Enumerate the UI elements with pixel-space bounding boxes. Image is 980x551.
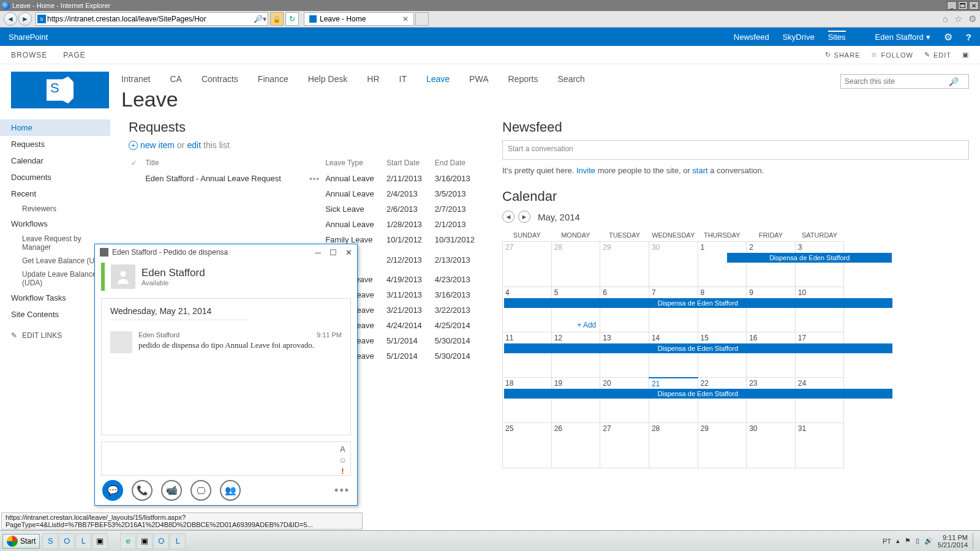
calendar-cell[interactable]: 23 [747,378,796,423]
calendar-event-bar[interactable]: Dispensa de Eden Stafford [504,343,892,353]
leftnav-wf-2[interactable]: Update Leave Balance (UDA) [0,268,110,290]
taskbar-lync-icon[interactable]: L [75,533,91,549]
search-box[interactable]: 🔎 [840,74,969,89]
calendar-next-button[interactable]: ► [518,211,530,223]
calendar-cell[interactable]: 2 [747,242,796,287]
topnav-leave[interactable]: Leave [426,74,450,84]
tray-volume-icon[interactable]: 🔊 [924,537,933,545]
taskbar-app-running[interactable]: ▣ [137,533,153,549]
calendar-cell[interactable]: 20 [600,378,649,423]
lync-minimize-button[interactable]: ─ [315,248,321,257]
calendar-cell[interactable]: 7 [649,287,698,332]
row-menu-icon[interactable]: ••• [309,174,320,183]
chat-button[interactable]: 💬 [102,480,123,501]
col-check[interactable]: ✓ [129,155,143,171]
calendar-cell[interactable]: 12 [551,332,600,378]
present-button[interactable]: 🖵 [190,480,211,501]
calendar-cell[interactable]: 25 [503,423,552,468]
new-tab-button[interactable] [415,12,429,26]
calendar-cell[interactable]: 11 [503,332,552,378]
leftnav-wf-0[interactable]: Leave Request by Manager [0,232,110,254]
importance-icon[interactable]: ! [341,467,344,476]
calendar-event-bar[interactable]: Dispensa de Eden Stafford [504,298,892,308]
edit-page-button[interactable]: ✎ EDIT [924,51,951,59]
tray-expand-icon[interactable]: ▴ [896,537,900,545]
start-button[interactable]: Start [2,534,40,549]
forward-button[interactable]: ► [18,12,32,26]
calendar-cell[interactable]: 28 [551,242,600,287]
suite-sites-link[interactable]: Sites [828,31,846,42]
leftnav-requests[interactable]: Requests [0,136,110,152]
taskbar-app-icon[interactable]: ▣ [92,533,108,549]
language-indicator[interactable]: PT [883,538,891,545]
calendar-add-button[interactable]: + Add [577,321,596,329]
taskbar-outlook-icon[interactable]: O [59,533,75,549]
address-bar[interactable]: S 🔎▾ [36,12,268,26]
topnav-reports[interactable]: Reports [508,74,538,84]
video-button[interactable]: 📹 [161,480,182,501]
topnav-pwa[interactable]: PWA [469,74,488,84]
focus-button[interactable]: ▣ [962,51,969,59]
topnav-it[interactable]: IT [399,74,407,84]
invite-link[interactable]: Invite [576,166,595,175]
system-clock[interactable]: 9:11 PM 5/21/2014 [938,534,968,549]
maximize-button[interactable]: 🗖 [958,1,968,10]
table-row[interactable]: Annual Leave1/28/20132/1/2013 [129,217,484,232]
font-format-icon[interactable]: A [340,444,345,454]
site-logo[interactable] [11,72,109,108]
col-start[interactable]: Start Date [384,155,432,171]
suite-skydrive-link[interactable]: SkyDrive [783,32,815,42]
lync-conversation-window[interactable]: Eden Stafford - Pedido de dispensa ─ ☐ ✕… [94,244,358,506]
show-desktop-button[interactable] [973,533,978,549]
topnav-intranet[interactable]: Intranet [121,74,150,84]
leftnav-workflows[interactable]: Workflows [0,216,110,232]
leftnav-recent[interactable]: Recent [0,186,110,202]
topnav-finance[interactable]: Finance [258,74,288,84]
back-button[interactable]: ◄ [4,12,17,26]
suite-newsfeed-link[interactable]: Newsfeed [734,32,769,42]
start-conversation-link[interactable]: start [692,166,707,175]
settings-icon[interactable]: ⚙ [944,31,952,43]
participants-button[interactable]: 👥 [220,480,241,501]
calendar-cell[interactable]: 3 [795,242,844,287]
col-type[interactable]: Leave Type [323,155,384,171]
calendar-cell[interactable]: 10 [795,287,844,332]
tray-flag-icon[interactable]: ⚑ [905,537,911,545]
browser-tab[interactable]: Leave - Home ✕ [304,12,414,26]
tab-close-icon[interactable]: ✕ [402,15,409,23]
newsfeed-input[interactable]: Start a conversation [502,140,969,160]
taskbar-lync-running[interactable]: L [170,533,186,549]
calendar-cell[interactable]: 22 [698,378,747,423]
ribbon-page-tab[interactable]: PAGE [63,51,85,59]
emoji-icon[interactable]: ☺ [339,455,347,465]
calendar-cell[interactable]: 28 [649,423,698,468]
calendar-cell[interactable]: 18 [503,378,552,423]
calendar-cell[interactable]: 21 [649,378,698,423]
calendar-cell[interactable]: 1 [698,242,747,287]
table-row[interactable]: Sick Leave2/6/20132/7/2013 [129,201,484,217]
leftnav-workflow-tasks[interactable]: Workflow Tasks [0,290,110,306]
topnav-hr[interactable]: HR [367,74,379,84]
lync-close-button[interactable]: ✕ [345,248,352,257]
calendar-cell[interactable]: 13 [600,332,649,378]
favorites-icon[interactable]: ☆ [954,13,962,24]
calendar-cell[interactable]: 29 [698,423,747,468]
topnav-help-desk[interactable]: Help Desk [308,74,348,84]
ribbon-browse-tab[interactable]: BROWSE [11,51,47,59]
topnav-ca[interactable]: CA [170,74,181,84]
col-title[interactable]: Title [143,155,307,171]
refresh-button[interactable]: ↻ [285,12,299,26]
calendar-event-bar[interactable]: Dispensa de Eden Stafford [504,389,892,399]
lync-maximize-button[interactable]: ☐ [330,248,337,257]
edit-links-button[interactable]: ✎ EDIT LINKS [0,331,110,340]
calendar-cell[interactable]: 16 [747,332,796,378]
tools-icon[interactable]: ⚙ [968,13,976,24]
leftnav-site-contents[interactable]: Site Contents [0,306,110,323]
suite-brand[interactable]: SharePoint [9,32,48,42]
search-dropdown-icon[interactable]: 🔎▾ [254,15,266,23]
edit-list-link[interactable]: edit [187,140,201,150]
topnav-contracts[interactable]: Contracts [202,74,238,84]
calendar-cell[interactable]: 27 [503,242,552,287]
leftnav-reviewers[interactable]: Reviewers [0,202,110,216]
calendar-cell[interactable]: 15 [698,332,747,378]
